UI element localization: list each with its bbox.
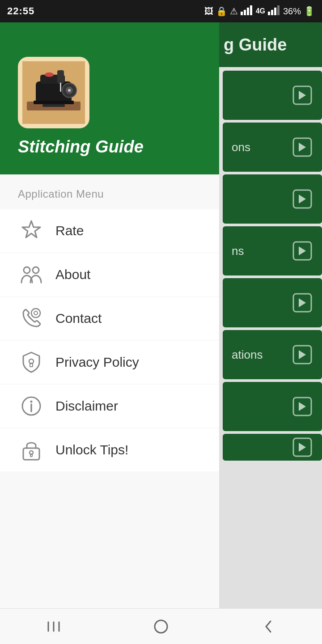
menu-section-label: Application Menu bbox=[0, 188, 219, 209]
bg-app-title: g Guide bbox=[224, 35, 287, 55]
phone-icon bbox=[18, 305, 45, 332]
navigation-drawer: Stitching Guide Application Menu Rate bbox=[0, 22, 219, 644]
svg-rect-35 bbox=[42, 104, 65, 107]
svg-marker-23 bbox=[299, 443, 306, 452]
menu-item-disclaimer-label: Disclaimer bbox=[55, 398, 118, 414]
bg-card-4: ns bbox=[223, 226, 322, 275]
shield-icon bbox=[18, 349, 45, 376]
4g-icon: 4G bbox=[256, 7, 265, 15]
svg-rect-5 bbox=[271, 10, 273, 15]
menu-item-unlock-label: Unlock Tips! bbox=[55, 442, 128, 458]
bg-card-3 bbox=[223, 174, 322, 224]
arrow-icon-3 bbox=[292, 188, 313, 210]
signal-icon bbox=[241, 5, 253, 17]
arrow-icon-2 bbox=[292, 136, 313, 158]
menu-item-about[interactable]: About bbox=[0, 253, 219, 296]
menu-item-contact-label: Contact bbox=[55, 311, 102, 326]
bg-cards-list: ons ns bbox=[219, 67, 322, 464]
svg-rect-0 bbox=[241, 12, 243, 15]
menu-item-contact[interactable]: Contact bbox=[0, 297, 219, 340]
star-icon bbox=[18, 217, 45, 244]
menu-item-privacy-label: Privacy Policy bbox=[55, 355, 139, 370]
battery-level: 36% bbox=[283, 6, 301, 17]
lock-icon: 🔒 bbox=[216, 6, 227, 17]
app-logo bbox=[18, 57, 89, 128]
svg-point-36 bbox=[24, 267, 30, 273]
drawer-app-title: Stitching Guide bbox=[18, 137, 144, 157]
svg-rect-7 bbox=[277, 5, 280, 15]
svg-marker-13 bbox=[299, 195, 306, 203]
menu-item-rate-label: Rate bbox=[55, 223, 84, 238]
svg-rect-6 bbox=[274, 8, 276, 15]
svg-rect-47 bbox=[30, 454, 32, 457]
svg-point-33 bbox=[45, 72, 54, 77]
recents-button[interactable] bbox=[36, 613, 72, 640]
svg-rect-4 bbox=[268, 12, 270, 15]
svg-rect-28 bbox=[57, 70, 64, 84]
menu-item-privacy[interactable]: Privacy Policy bbox=[0, 341, 219, 384]
people-icon bbox=[18, 261, 45, 288]
bg-card-7 bbox=[223, 382, 322, 431]
bottom-navigation bbox=[0, 608, 322, 644]
photo-icon: 🖼 bbox=[204, 6, 213, 17]
svg-rect-29 bbox=[60, 83, 61, 92]
svg-marker-11 bbox=[299, 143, 306, 152]
signal2-icon bbox=[268, 5, 280, 17]
svg-marker-15 bbox=[299, 246, 306, 255]
drawer-header: Stitching Guide bbox=[0, 22, 219, 174]
arrow-icon-7 bbox=[292, 396, 313, 417]
bg-card-1 bbox=[223, 71, 322, 120]
drawer-menu: Application Menu Rate bbox=[0, 174, 219, 644]
battery-icon: 🔋 bbox=[304, 6, 315, 17]
svg-point-44 bbox=[30, 401, 33, 403]
arrow-icon-6 bbox=[292, 344, 313, 365]
svg-rect-51 bbox=[155, 620, 167, 633]
status-bar: 22:55 🖼 🔒 ⚠ 4G 36% 🔋 bbox=[0, 0, 322, 22]
svg-rect-1 bbox=[244, 10, 246, 15]
arrow-icon-5 bbox=[292, 292, 313, 314]
bg-card-6-text: ations bbox=[232, 348, 263, 362]
bg-card-2: ons bbox=[223, 123, 322, 172]
svg-point-32 bbox=[68, 89, 71, 92]
arrow-icon-4 bbox=[292, 240, 313, 262]
svg-point-39 bbox=[34, 311, 38, 315]
svg-rect-3 bbox=[250, 5, 252, 15]
bg-card-2-text: ons bbox=[232, 140, 250, 154]
svg-point-38 bbox=[31, 309, 40, 318]
info-circle-icon bbox=[18, 393, 45, 419]
svg-marker-9 bbox=[299, 91, 306, 100]
lock-open-icon bbox=[18, 436, 45, 463]
status-icons: 🖼 🔒 ⚠ 4G 36% 🔋 bbox=[204, 5, 315, 17]
bg-card-6: ations bbox=[223, 330, 322, 379]
bg-card-5 bbox=[223, 278, 322, 327]
back-button[interactable] bbox=[250, 613, 286, 640]
svg-marker-19 bbox=[299, 350, 306, 359]
svg-rect-34 bbox=[34, 101, 74, 104]
main-content: g Guide ons bbox=[0, 22, 322, 644]
menu-item-disclaimer[interactable]: Disclaimer bbox=[0, 385, 219, 428]
menu-item-about-label: About bbox=[55, 267, 90, 282]
bg-card-8 bbox=[223, 434, 322, 461]
alert-icon: ⚠ bbox=[230, 6, 238, 17]
menu-item-unlock[interactable]: Unlock Tips! bbox=[0, 428, 219, 471]
menu-item-rate[interactable]: Rate bbox=[0, 209, 219, 252]
home-button[interactable] bbox=[143, 613, 179, 640]
bg-card-4-text: ns bbox=[232, 244, 244, 258]
arrow-icon-8 bbox=[292, 436, 313, 458]
svg-rect-2 bbox=[247, 8, 249, 15]
svg-point-37 bbox=[33, 267, 39, 273]
arrow-icon-1 bbox=[292, 85, 313, 106]
clock: 22:55 bbox=[7, 5, 34, 17]
svg-marker-21 bbox=[299, 402, 306, 411]
svg-marker-17 bbox=[299, 298, 306, 307]
